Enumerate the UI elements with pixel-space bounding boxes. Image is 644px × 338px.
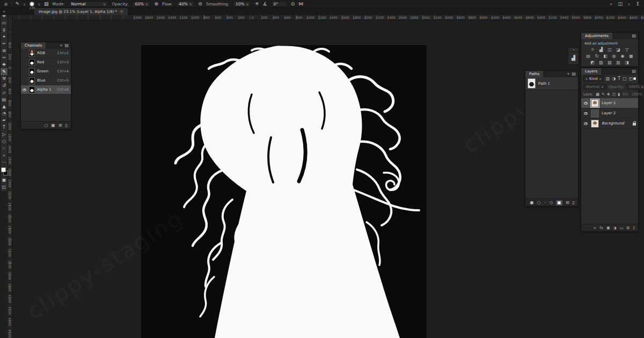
path-selection-tool[interactable]: ▷	[1, 131, 8, 138]
threshold-icon[interactable]: ▧	[607, 60, 612, 65]
layer-row[interactable]: Background	[581, 119, 638, 129]
load-channel-selection-icon[interactable]: ○	[44, 123, 48, 128]
visibility-eye-icon[interactable]	[584, 102, 588, 105]
opacity-input[interactable]: 60% ∨	[132, 1, 150, 7]
layer-opacity-input[interactable]: 100% ∨	[626, 84, 644, 90]
quick-mask-mode-icon[interactable]: ▣	[1, 177, 8, 183]
panel-menu-icon[interactable]: ▤	[632, 69, 636, 74]
marquee-tool[interactable]: ▭	[1, 19, 8, 26]
posterize-icon[interactable]: ▨	[598, 60, 604, 65]
quick-selection-tool[interactable]: ✦	[1, 33, 8, 40]
delete-channel-icon[interactable]: ▯	[65, 123, 68, 128]
panel-menu-icon[interactable]: ▤	[64, 43, 69, 48]
link-layers-icon[interactable]: ∞	[593, 225, 596, 231]
brush-preview-icon[interactable]: 135	[30, 2, 34, 6]
filter-shape-layers-icon[interactable]: □	[623, 76, 627, 82]
collapse-panel-icon[interactable]: «	[567, 71, 570, 77]
filter-adjustment-layers-icon[interactable]: ◑	[612, 76, 616, 82]
lock-all-icon[interactable]: ▮	[618, 92, 620, 97]
make-work-path-icon[interactable]: ◇	[550, 200, 553, 205]
new-path-icon[interactable]: ⊞	[566, 200, 569, 205]
type-tool[interactable]: T	[1, 124, 8, 131]
lock-position-icon[interactable]: ✥	[607, 92, 610, 97]
chevron-down-icon[interactable]: ∨	[23, 2, 25, 6]
tablet-pressure-opacity-icon[interactable]: ⊛	[154, 2, 158, 6]
load-path-as-selection-icon[interactable]: ◦	[544, 200, 546, 205]
healing-brush-tool[interactable]: ✚	[1, 61, 8, 68]
new-group-icon[interactable]: ▭	[620, 225, 624, 231]
tablet-pressure-size-icon[interactable]: ⊙	[291, 2, 295, 6]
filter-toggle[interactable]	[635, 77, 636, 80]
document-tab[interactable]: Image.jpg @ 23.1% (Layer 1, Alpha 1/8) *…	[34, 8, 128, 15]
frame-tool[interactable]: ⊞	[1, 47, 8, 54]
channel-row[interactable]: Red Ctrl+3	[21, 58, 71, 67]
gradient-tool[interactable]: ▤	[1, 96, 8, 103]
filter-kind-select[interactable]: ⌕ Kind ∨	[583, 76, 604, 82]
shape-tool[interactable]: ○	[1, 138, 8, 145]
channels-tab[interactable]: Channels	[21, 42, 46, 49]
eraser-tool[interactable]: ▱	[1, 89, 8, 96]
channel-row[interactable]: RGB Ctrl+2	[21, 49, 71, 58]
search-icon[interactable]: ⌕	[610, 2, 612, 6]
fill-value[interactable]: 100%	[632, 92, 642, 97]
toggle-brush-panel-icon[interactable]: ▤	[44, 2, 49, 6]
clone-stamp-tool[interactable]: ⚒	[1, 75, 8, 82]
tool-preset-brush-icon[interactable]: ✎	[16, 2, 20, 6]
pen-tool[interactable]: ✒	[1, 117, 8, 124]
new-channel-icon[interactable]: ⊞	[58, 123, 62, 128]
color-lookup-icon[interactable]: ▦	[628, 54, 634, 59]
brush-angle-input[interactable]: 0°	[271, 1, 287, 7]
flow-input[interactable]: 40% ∨	[176, 1, 194, 7]
path-row[interactable]: Path 1	[525, 77, 578, 90]
adjustments-tab[interactable]: Adjustments	[581, 33, 612, 39]
levels-icon[interactable]: ▟	[598, 47, 604, 53]
color-balance-icon[interactable]: ↻	[594, 54, 599, 59]
visibility-eye-icon[interactable]	[584, 112, 588, 115]
exposure-icon[interactable]: ◪	[616, 47, 621, 53]
smoothing-options-gear-icon[interactable]: ✳	[255, 2, 259, 6]
visibility-eye-icon[interactable]	[23, 89, 26, 91]
screen-mode-icon[interactable]: ◱	[1, 183, 8, 190]
zoom-tool[interactable]: ⌕	[1, 152, 8, 159]
invert-icon[interactable]: ◩	[590, 60, 595, 65]
chevron-down-icon[interactable]: ∨	[628, 2, 630, 6]
hue-saturation-icon[interactable]: ▤	[586, 54, 591, 59]
paint-symmetry-icon[interactable]: ⋈	[298, 2, 303, 6]
share-icon[interactable]: ↥	[635, 2, 640, 6]
color-swatches[interactable]	[1, 167, 8, 175]
new-layer-icon[interactable]: ⊞	[626, 225, 630, 231]
channel-row[interactable]: Blue Ctrl+5	[21, 76, 71, 85]
visibility-eye-icon[interactable]	[584, 122, 588, 125]
filter-type-layers-icon[interactable]: T	[618, 76, 620, 82]
save-selection-as-channel-icon[interactable]: ▣	[51, 123, 55, 128]
channel-mixer-icon[interactable]: ◉	[620, 54, 625, 59]
paths-tab[interactable]: Paths	[525, 71, 543, 77]
filter-pixel-layers-icon[interactable]: ▥	[606, 76, 610, 82]
selective-color-icon[interactable]: ◨	[624, 60, 630, 65]
delete-layer-icon[interactable]: ▯	[633, 225, 635, 231]
delete-path-icon[interactable]: ▯	[573, 200, 575, 205]
filter-smart-objects-icon[interactable]: ◰	[629, 76, 633, 82]
collapse-panel-icon[interactable]: «	[60, 43, 63, 48]
add-layer-mask-icon[interactable]: ▣	[606, 225, 610, 231]
panel-menu-icon[interactable]: ▤	[572, 71, 576, 77]
smoothing-input[interactable]: 10% ∨	[233, 1, 251, 7]
blur-tool[interactable]: ▲	[1, 103, 8, 110]
layer-row[interactable]: Layer 1	[581, 98, 638, 108]
tab-overflow-icon[interactable]: »	[3, 9, 5, 14]
foreground-color-swatch[interactable]	[1, 167, 6, 172]
histogram-panel-icon[interactable]: ▟	[568, 52, 579, 64]
horizontal-ruler[interactable]: 2000180016001400120010008006004002000200…	[8, 15, 644, 20]
layer-effects-icon[interactable]: fx	[599, 225, 603, 231]
lock-paint-icon[interactable]: ✎	[602, 92, 605, 97]
panel-menu-icon[interactable]: ▤	[632, 33, 636, 39]
lasso-tool[interactable]: ϙ	[1, 26, 8, 33]
chevron-down-icon[interactable]: ∨	[38, 2, 40, 6]
channel-row[interactable]: Green Ctrl+4	[21, 67, 71, 76]
lock-artboard-icon[interactable]: ◫	[612, 92, 616, 97]
layer-row[interactable]: Layer 2	[581, 108, 638, 119]
black-white-icon[interactable]: ◧	[603, 54, 608, 59]
workspace-switcher-icon[interactable]: ◫	[618, 2, 623, 6]
hand-tool[interactable]: ☞	[1, 145, 8, 152]
canvas-document[interactable]	[141, 45, 427, 338]
